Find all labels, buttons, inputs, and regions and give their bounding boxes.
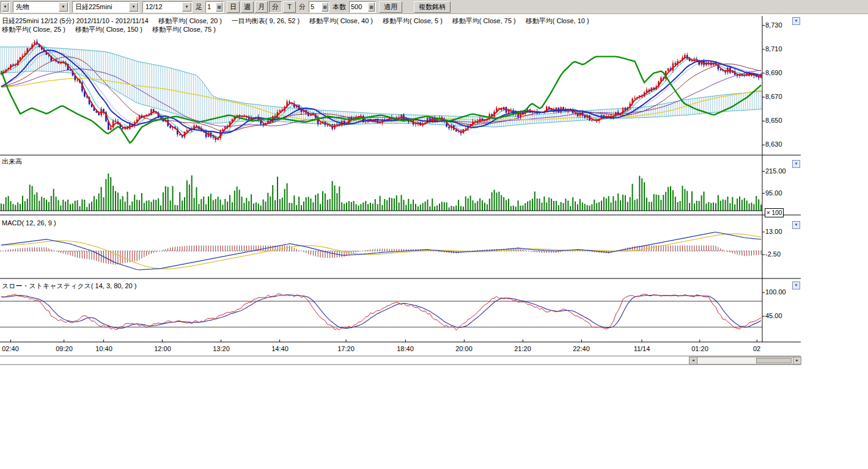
market-select[interactable]: 先物 ▼	[13, 1, 69, 13]
period-button-2[interactable]: 月	[255, 1, 268, 13]
bars-label: 本数	[333, 2, 346, 12]
x-axis-label: 12:00	[154, 345, 171, 352]
indicator-label: 移動平均( Close, 75 )	[452, 16, 516, 26]
symbol-select[interactable]: 日経225mini ▼	[72, 1, 139, 13]
x-axis-label: 17:20	[337, 345, 355, 352]
multi-symbol-button[interactable]: 複数銘柄	[414, 1, 451, 13]
period-button-3[interactable]: 分	[269, 1, 282, 13]
indicator-label: 移動平均( Close, 40 )	[309, 16, 373, 26]
chart-title-row-2: 移動平均( Close, 25 )移動平均( Close, 150 )移動平均(…	[2, 25, 216, 34]
minute-label: 分	[299, 2, 306, 12]
scroll-right-button[interactable]: ►	[793, 357, 801, 365]
price-axis-label: 8,630	[765, 140, 782, 148]
chart-area: 日経225mini 12/12 (5分) 2012/11/10 - 2012/1…	[0, 0, 868, 469]
chevron-down-icon[interactable]: ▼	[59, 2, 68, 12]
indicator-label: 日経225mini 12/12 (5分) 2012/11/10 - 2012/1…	[2, 16, 149, 26]
scroll-left-button[interactable]: ◄	[689, 357, 697, 365]
mini-dropdown[interactable]: ▼	[1, 1, 10, 13]
apply-button[interactable]: 適用	[379, 1, 402, 13]
x-axis-label: 01:20	[691, 345, 708, 352]
stoch-axis-label: 100.00	[765, 288, 786, 296]
price-axis-label: 8,710	[765, 45, 782, 53]
indicator-label: 移動平均( Close, 5 )	[383, 16, 443, 26]
market-select-value: 先物	[13, 2, 58, 12]
volume-pane-label: 出来高	[2, 157, 22, 166]
price-axis-label: 8,670	[765, 93, 782, 100]
macd-axis-label: 13.00	[765, 228, 782, 235]
indicator-label: 移動平均( Close, 20 )	[158, 16, 222, 26]
x-axis-label: 02:40	[2, 345, 19, 352]
chevron-down-icon[interactable]: ▼	[182, 2, 191, 12]
interval-input[interactable]: ▦	[205, 1, 224, 13]
period-button-1[interactable]: 週	[241, 1, 254, 13]
chevron-down-icon[interactable]: ▼	[2, 2, 9, 12]
pane-scroll-down-button[interactable]: ▼	[792, 17, 800, 25]
indicator-label: 移動平均( Close, 75 )	[152, 25, 216, 34]
x-axis-label: 13:20	[213, 345, 230, 352]
stoch-axis-label: 45.00	[765, 312, 782, 319]
x-axis-label: 20:00	[455, 345, 473, 352]
ashi-label: 足	[196, 2, 202, 12]
x-axis-label: 14:40	[271, 345, 289, 352]
volume-axis-label: 215.00	[765, 167, 786, 175]
price-axis-label: 8,730	[765, 21, 782, 29]
macd-pane-label: MACD( 12, 26, 9 )	[2, 219, 56, 227]
chevron-down-icon[interactable]: ▼	[129, 2, 138, 12]
chart-canvas[interactable]	[0, 0, 868, 469]
volume-axis-label: 95.00	[765, 189, 782, 197]
volume-multiplier-badge: × 100	[765, 208, 784, 217]
h-scrollbar[interactable]: ◄ ►	[689, 357, 801, 365]
x-axis-label: 18:40	[397, 345, 414, 352]
x-axis-label: 02	[753, 345, 760, 352]
x-axis-label: 11/14	[634, 345, 650, 352]
x-axis-label: 09:20	[56, 345, 73, 352]
bars-input-field[interactable]	[350, 3, 368, 10]
date-select-value: 12/12	[143, 3, 182, 10]
spin-icon[interactable]: ▦	[216, 2, 223, 12]
interval-input-field[interactable]	[206, 3, 216, 10]
period-button-group: 日週月分T	[227, 1, 296, 13]
date-select[interactable]: 12/12 ▼	[142, 1, 193, 13]
x-axis-label: 21:20	[514, 345, 531, 352]
indicator-label: 移動平均( Close, 150 )	[75, 25, 142, 34]
indicator-label: 移動平均( Close, 25 )	[2, 25, 65, 34]
spin-icon[interactable]: ▦	[368, 2, 375, 12]
minute-input[interactable]: ▦	[309, 1, 329, 13]
chart-title-row-1: 日経225mini 12/12 (5分) 2012/11/10 - 2012/1…	[2, 16, 589, 26]
pane-scroll-down-button[interactable]: ▼	[792, 160, 800, 168]
indicator-label: 移動平均( Close, 10 )	[526, 16, 589, 26]
price-axis-label: 8,690	[765, 69, 782, 76]
x-axis-label: 22:40	[573, 345, 590, 352]
minute-input-field[interactable]	[309, 3, 322, 10]
period-button-0[interactable]: 日	[227, 1, 240, 13]
indicator-label: 一目均衡表( 9, 26, 52 )	[232, 16, 300, 26]
spin-icon[interactable]: ▦	[322, 2, 328, 12]
bars-input[interactable]: ▦	[349, 1, 376, 13]
x-axis-label: 10:40	[95, 345, 112, 352]
macd-axis-label: -2.50	[765, 250, 781, 258]
symbol-select-value: 日経225mini	[73, 2, 128, 12]
scrollbar-thumb[interactable]	[756, 358, 792, 363]
price-axis-label: 8,650	[765, 117, 782, 124]
toolbar: ▼ 先物 ▼ 日経225mini ▼ 12/12 ▼ 足 ▦ 日週月分T 分 ▦…	[0, 0, 868, 14]
pane-scroll-down-button[interactable]: ▼	[792, 221, 800, 229]
pane-scroll-down-button[interactable]: ▼	[792, 282, 800, 289]
period-button-4[interactable]: T	[283, 1, 296, 13]
scrollbar-track[interactable]	[697, 357, 793, 365]
stochastics-pane-label: スロー・ストキャスティクス( 14, 3, 80, 20 )	[2, 282, 136, 291]
